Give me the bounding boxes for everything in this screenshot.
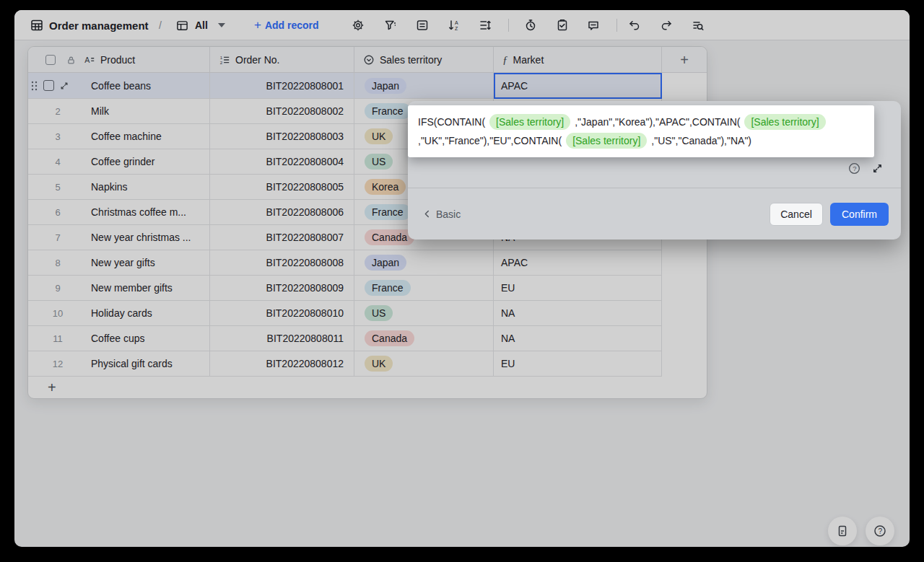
field-token[interactable]: [Sales territory] <box>744 114 825 130</box>
popup-footer: Basic Cancel Confirm <box>408 188 901 240</box>
field-token[interactable]: [Sales territory] <box>566 133 647 149</box>
formula-editor-popup: IFS(CONTAIN([Sales territory],"Japan","K… <box>408 101 901 240</box>
field-token[interactable]: [Sales territory] <box>489 114 570 130</box>
formula-line-1: IFS(CONTAIN([Sales territory],"Japan","K… <box>418 113 864 131</box>
chevron-left-icon <box>422 209 432 219</box>
app-window: Order management / All + Add record <box>14 10 910 547</box>
cancel-button[interactable]: Cancel <box>770 203 823 226</box>
expand-icon[interactable] <box>871 162 884 175</box>
back-to-basic-button[interactable]: Basic <box>422 208 461 220</box>
help-icon[interactable]: ? <box>847 162 861 175</box>
svg-text:?: ? <box>853 164 856 172</box>
formula-input[interactable]: IFS(CONTAIN([Sales territory],"Japan","K… <box>408 105 874 157</box>
confirm-button[interactable]: Confirm <box>830 203 889 226</box>
formula-line-2: ,"UK","France"),"EU",CONTAIN([Sales terr… <box>418 131 864 150</box>
modal-scrim[interactable] <box>14 10 910 547</box>
